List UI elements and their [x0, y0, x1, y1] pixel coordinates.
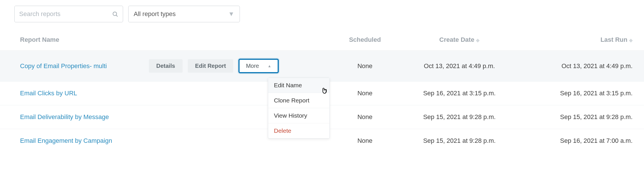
controls-bar: All report types ▼ [0, 6, 644, 25]
report-link[interactable]: Copy of Email Properties- multi [20, 62, 107, 70]
cell-create-date: Sep 15, 2021 at 9:28 p.m. [398, 105, 521, 129]
cell-scheduled: None [332, 82, 398, 105]
menu-edit-name[interactable]: Edit Name [268, 78, 329, 93]
search-input[interactable] [19, 10, 112, 18]
sort-icon: ◆ [476, 38, 479, 43]
table-row: Copy of Email Properties- multi Details … [0, 51, 644, 82]
more-button[interactable]: More ▲ [238, 59, 278, 73]
report-link[interactable]: Email Engagement by Campaign [20, 137, 112, 144]
reports-table: Report Name Scheduled Create Date◆ Last … [0, 31, 644, 153]
search-icon [112, 11, 118, 17]
col-last-run[interactable]: Last Run◆ [521, 31, 644, 51]
report-link[interactable]: Email Deliverability by Message [20, 113, 109, 120]
cell-scheduled: None [332, 105, 398, 129]
cell-create-date: Sep 16, 2021 at 3:15 p.m. [398, 82, 521, 105]
col-report-name: Report Name [0, 31, 332, 51]
cell-scheduled: None [332, 129, 398, 153]
col-create-date[interactable]: Create Date◆ [398, 31, 521, 51]
cell-last-run: Sep 16, 2021 at 3:15 p.m. [521, 82, 644, 105]
cell-last-run: Oct 13, 2021 at 4:49 p.m. [521, 51, 644, 82]
more-dropdown: Edit Name Clone Report View History Dele… [268, 78, 330, 139]
details-button[interactable]: Details [149, 59, 183, 73]
cell-last-run: Sep 15, 2021 at 9:28 p.m. [521, 105, 644, 129]
report-link[interactable]: Email Clicks by URL [20, 90, 77, 97]
chevron-down-icon: ▼ [228, 10, 234, 18]
report-type-filter[interactable]: All report types ▼ [128, 6, 240, 22]
edit-report-button[interactable]: Edit Report [188, 59, 234, 73]
menu-clone-report[interactable]: Clone Report [268, 93, 329, 108]
sort-icon: ◆ [629, 38, 633, 43]
search-reports-field[interactable] [14, 6, 123, 22]
cell-create-date: Sep 15, 2021 at 9:28 p.m. [398, 129, 521, 153]
cell-last-run: Sep 16, 2021 at 7:00 a.m. [521, 129, 644, 153]
col-scheduled: Scheduled [332, 31, 398, 51]
menu-view-history[interactable]: View History [268, 108, 329, 123]
svg-line-1 [116, 15, 118, 17]
caret-up-icon: ▲ [268, 64, 271, 68]
cell-create-date: Oct 13, 2021 at 4:49 p.m. [398, 51, 521, 82]
cell-scheduled: None [332, 51, 398, 82]
menu-delete[interactable]: Delete [268, 123, 329, 138]
filter-label: All report types [134, 10, 176, 18]
